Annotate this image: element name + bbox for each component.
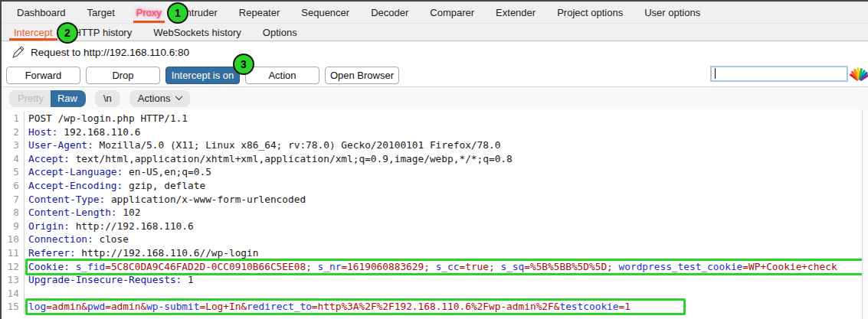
line-content: User-Agent: Mozilla/5.0 (X11; Linux x86_…	[25, 138, 500, 152]
tab-proxy[interactable]: Proxy	[126, 2, 172, 23]
request-line: 7Content-Type: application/x-www-form-ur…	[2, 193, 862, 207]
request-title-row: Request to http://192.168.110.6:80	[2, 41, 868, 63]
line-number: 3	[2, 138, 25, 152]
subtab-websockets-history[interactable]: WebSockets history	[142, 24, 252, 41]
line-number: 8	[2, 206, 25, 220]
request-line: 1POST /wp-login.php HTTP/1.1	[2, 112, 862, 125]
tab-label: \n	[103, 93, 112, 104]
tab-label: Raw	[57, 93, 77, 104]
intercept-toolbar: ForwardDropIntercept is onActionOpen Bro…	[2, 63, 868, 86]
tab-label: Pretty	[18, 93, 44, 104]
request-line: 3User-Agent: Mozilla/5.0 (X11; Linux x86…	[2, 138, 862, 152]
request-line: 9Origin: http://192.168.110.6	[2, 220, 862, 233]
line-content: Cookie: s_fid=5C8C0DA9C46FAD2D-0CC0910B6…	[25, 260, 837, 274]
tab-pretty[interactable]: Pretty	[9, 90, 51, 107]
annotation-step-2: 2	[57, 22, 78, 44]
line-number: 6	[2, 179, 25, 193]
line-content: Accept-Encoding: gzip, deflate	[25, 179, 205, 193]
request-line: 4Accept: text/html,application/xhtml+xml…	[2, 152, 862, 166]
request-line: 14	[2, 287, 862, 301]
line-number: 10	[2, 233, 25, 246]
line-content: Connection: close	[25, 233, 129, 246]
tab-dashboard[interactable]: Dashboard	[6, 2, 77, 23]
annotation-step-3: 3	[233, 54, 254, 75]
tab-comparer[interactable]: Comparer	[419, 2, 485, 23]
forward-button[interactable]: Forward	[6, 67, 80, 84]
request-target-label: Request to http://192.168.110.6:80	[31, 41, 189, 63]
drop-button[interactable]: Drop	[86, 67, 160, 84]
tab-raw[interactable]: Raw	[51, 90, 86, 107]
tab-user-options[interactable]: User options	[634, 2, 711, 23]
request-line: 11Referer: http://192.168.110.6//wp-logi…	[2, 246, 862, 260]
line-number: 1	[2, 112, 25, 125]
line-content: Origin: http://192.168.110.6	[25, 220, 194, 233]
line-number: 2	[2, 125, 25, 139]
open-browser-button[interactable]: Open Browser	[325, 67, 399, 84]
line-content: POST /wp-login.php HTTP/1.1	[25, 112, 188, 125]
text-caret	[715, 68, 716, 79]
line-number: 11	[2, 246, 25, 260]
request-line: 2Host: 192.168.110.6	[2, 125, 862, 139]
tab-extender[interactable]: Extender	[485, 2, 546, 23]
tab-target[interactable]: Target	[77, 2, 126, 23]
line-content: Accept: text/html,application/xhtml+xml,…	[25, 152, 513, 166]
line-content: Accept-Language: en-US,en;q=0.5	[25, 165, 211, 179]
request-line: 13Upgrade-Insecure-Requests: 1	[2, 273, 862, 287]
intercept-is-on-button[interactable]: Intercept is on	[165, 67, 240, 84]
pencil-icon	[11, 46, 25, 59]
message-editor-tab-strip: PrettyRaw\nActions	[2, 87, 868, 109]
line-content	[25, 287, 28, 301]
editor-scrollbar[interactable]	[862, 109, 868, 319]
tab-project-options[interactable]: Project options	[546, 2, 634, 23]
request-line: 12Cookie: s_fid=5C8C0DA9C46FAD2D-0CC0910…	[2, 260, 862, 274]
line-content: Content-Length: 102	[25, 206, 140, 220]
line-number: 5	[2, 165, 25, 179]
line-number: 7	[2, 193, 25, 207]
request-line: 8Content-Length: 102	[2, 206, 862, 220]
line-number: 4	[2, 152, 25, 166]
line-number: 12	[2, 260, 25, 274]
tab-n[interactable]: \n	[95, 90, 120, 107]
line-number: 15	[2, 300, 25, 314]
line-content: Host: 192.168.110.6	[25, 125, 140, 139]
line-content: Content-Type: application/x-www-form-url…	[25, 193, 306, 207]
request-line: 15log=admin&pwd=admin&wp-submit=Log+In&r…	[2, 300, 862, 314]
request-line: 10Connection: close	[2, 233, 862, 246]
burp-proxy-intercept-window: DashboardTargetProxyIntruderRepeaterSequ…	[0, 0, 868, 319]
line-number: 14	[2, 287, 25, 301]
menu-bar: DashboardTargetProxyIntruderRepeaterSequ…	[2, 2, 868, 24]
line-content: log=admin&pwd=admin&wp-submit=Log+In&red…	[25, 300, 631, 314]
request-editor[interactable]: 1POST /wp-login.php HTTP/1.12Host: 192.1…	[2, 109, 862, 319]
line-content: Upgrade-Insecure-Requests: 1	[25, 273, 194, 287]
tab-label: Actions	[138, 93, 171, 104]
chevron-down-icon	[175, 93, 183, 100]
tab-decoder[interactable]: Decoder	[360, 2, 419, 23]
line-content: Referer: http://192.168.110.6//wp-login	[25, 246, 258, 260]
request-line: 5Accept-Language: en-US,en;q=0.5	[2, 165, 862, 179]
tab-repeater[interactable]: Repeater	[228, 2, 290, 23]
subtab-intercept[interactable]: Intercept	[3, 24, 64, 41]
line-number: 9	[2, 220, 25, 233]
annotation-step-1: 1	[167, 2, 188, 24]
search-input[interactable]	[710, 66, 848, 82]
tab-actions[interactable]: Actions	[129, 90, 191, 107]
rainbow-fan-icon[interactable]	[850, 64, 868, 83]
subtab-options[interactable]: Options	[252, 24, 308, 41]
action-button[interactable]: Action	[245, 67, 319, 84]
line-number: 13	[2, 273, 25, 287]
proxy-subtab-bar: InterceptHTTP historyWebSockets historyO…	[2, 24, 868, 41]
request-line: 6Accept-Encoding: gzip, deflate	[2, 179, 862, 193]
tab-sequencer[interactable]: Sequencer	[290, 2, 360, 23]
